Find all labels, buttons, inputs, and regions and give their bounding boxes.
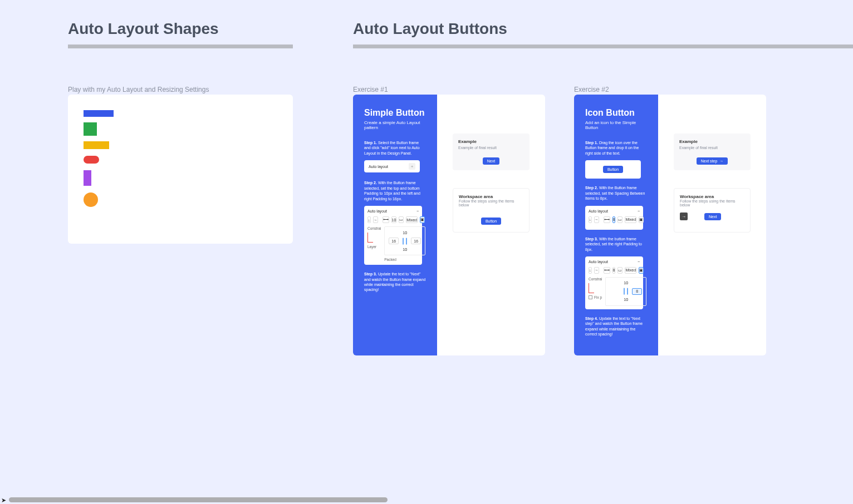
- constraints-label: Constrai: [589, 277, 602, 281]
- shape-green-square[interactable]: [84, 122, 97, 136]
- section-underline-shapes: [68, 45, 293, 48]
- exercise2-workspace-panel[interactable]: Example Example of final result Next ste…: [658, 95, 766, 355]
- exercise1-step3: Step 3. Update the text to "Next" and wa…: [364, 271, 426, 293]
- exercise1-step1: Step 1. Select the Button frame and clic…: [364, 140, 426, 156]
- button-sample[interactable]: Button: [481, 218, 501, 225]
- shape-orange-circle[interactable]: [84, 192, 98, 207]
- gap-value: 8: [612, 267, 616, 274]
- shapes-panel[interactable]: [68, 95, 293, 244]
- padding-controls: 10 ┃┃ 8 10: [605, 277, 646, 306]
- example-sub: Example of final result: [458, 146, 524, 150]
- exercise1-step2: Step 2. With the Button frame selected, …: [364, 180, 426, 201]
- exercise1-workspace-box[interactable]: Workspace area Follow the steps using th…: [453, 188, 530, 233]
- horizontal-scrollbar[interactable]: ➤: [0, 495, 853, 504]
- minus-icon: −: [638, 260, 640, 264]
- gap-value: 8: [612, 216, 616, 223]
- workspace-title: Workspace area: [680, 194, 744, 199]
- direction-vertical-icon: ↓: [589, 267, 592, 274]
- gap-icon: ⟷: [383, 216, 389, 223]
- shape-blue-rect[interactable]: [84, 110, 114, 117]
- mixed-value: Mixed: [406, 216, 418, 223]
- padding-icon: ▭: [617, 267, 622, 274]
- section-title-shapes: Auto Layout Shapes: [68, 20, 219, 38]
- exercise1-title: Simple Button: [364, 108, 426, 118]
- constraints-label: Constrai: [367, 226, 381, 230]
- layer-label: Layer: [367, 245, 381, 249]
- auto-layout-inspector-2a: Auto layout− ↓ → ⟷ 8 ▭ Mixed ▣: [585, 206, 643, 230]
- plus-icon: +: [409, 163, 415, 170]
- workspace-sub: Follow the steps using the items below: [680, 199, 744, 207]
- exercise2-title: Icon Button: [585, 108, 647, 118]
- exercise1-workspace-panel[interactable]: Example Example of final result Next Wor…: [437, 95, 545, 355]
- exercise2-example-box: Example Example of final result Next ste…: [674, 134, 751, 170]
- direction-horizontal-icon: →: [594, 267, 599, 274]
- next-button[interactable]: Next: [483, 157, 499, 165]
- packed-label: Packed: [384, 258, 425, 261]
- padding-controls: 10 16 ┃┃ 16 10: [384, 226, 425, 255]
- arrow-icon-chip[interactable]: →: [680, 213, 688, 220]
- workspace-title: Workspace area: [459, 194, 523, 199]
- gap-icon: ⟷: [604, 216, 610, 223]
- workspace-sub: Follow the steps using the items below: [459, 199, 523, 207]
- direction-vertical-icon: ↓: [367, 216, 371, 223]
- minus-icon: −: [416, 209, 419, 213]
- direction-horizontal-icon: →: [373, 216, 378, 223]
- figma-canvas[interactable]: Auto Layout Shapes Auto Layout Buttons P…: [0, 0, 853, 504]
- section-underline-buttons: [353, 45, 853, 48]
- example-sub: Example of final result: [679, 146, 745, 150]
- exercise2-step3: Step 3. With the button frame selected, …: [585, 236, 647, 252]
- scrollbar-thumb[interactable]: [9, 497, 388, 502]
- section-title-buttons: Auto Layout Buttons: [353, 20, 507, 38]
- padding-expand-icon: ▣: [639, 267, 644, 274]
- exercise2-step1: Step 1. Drag the icon over the Button fr…: [585, 140, 647, 156]
- auto-layout-inspector-2b: Auto layout− ↓ → ⟷ 8 ▭ Mixed ▣ Constrai …: [585, 256, 643, 309]
- button-frame-example: Button: [585, 160, 641, 179]
- next-button-workspace[interactable]: Next: [704, 213, 721, 220]
- mixed-value: Mixed: [625, 216, 636, 223]
- padding-icon: ▭: [399, 216, 404, 223]
- example-title: Example: [679, 139, 745, 144]
- padding-expand-icon: ▣: [420, 216, 425, 223]
- exercise1-example-box: Example Example of final result Next: [453, 134, 530, 170]
- shape-purple-rect[interactable]: [84, 170, 91, 186]
- shape-red-pill[interactable]: [84, 156, 99, 164]
- auto-layout-pill: Auto layout +: [364, 160, 420, 172]
- exercise1-instructions-panel[interactable]: Simple Button Create a simple Auto Layou…: [353, 95, 437, 355]
- direction-horizontal-icon: →: [594, 216, 599, 223]
- fix-label: Fix p: [594, 295, 602, 299]
- exercise1-subtitle: Exercise #1: [353, 86, 388, 93]
- exercise2-desc: Add an icon to the Simple Button: [585, 120, 647, 130]
- shapes-panel-subtitle: Play with my Auto Layout and Resizing Se…: [68, 86, 209, 93]
- cursor-icon: ➤: [1, 497, 6, 504]
- auto-layout-label: Auto layout: [369, 165, 388, 169]
- padding-expand-icon: ▣: [639, 216, 644, 223]
- exercise2-step4: Step 4. Update the text to "Next step" a…: [585, 316, 647, 337]
- button-sample: Button: [603, 166, 623, 173]
- gap-value: 10: [391, 216, 397, 223]
- example-title: Example: [458, 139, 524, 144]
- gap-icon: ⟷: [604, 267, 610, 274]
- padding-icon: ▭: [617, 216, 622, 223]
- exercise2-step2: Step 2. With the Button frame selected, …: [585, 185, 647, 201]
- align-icon: ┃┃: [622, 288, 629, 294]
- align-icon: ┃┃: [401, 238, 408, 244]
- exercise2-subtitle: Exercise #2: [574, 86, 609, 93]
- shape-yellow-rect[interactable]: [84, 141, 109, 149]
- direction-vertical-icon: ↓: [589, 216, 592, 223]
- exercise2-workspace-box[interactable]: Workspace area Follow the steps using th…: [674, 188, 751, 233]
- minus-icon: −: [638, 209, 640, 213]
- exercise1-desc: Create a simple Auto Layout pattern: [364, 120, 426, 130]
- auto-layout-inspector: Auto layout− ↓ → ⟷ 10 ▭ Mixed ▣ Constrai…: [364, 206, 422, 265]
- mixed-value: Mixed: [625, 267, 636, 274]
- next-step-button[interactable]: Next step →: [697, 157, 728, 165]
- exercise2-instructions-panel[interactable]: Icon Button Add an icon to the Simple Bu…: [574, 95, 658, 355]
- arrow-right-icon: →: [719, 159, 723, 163]
